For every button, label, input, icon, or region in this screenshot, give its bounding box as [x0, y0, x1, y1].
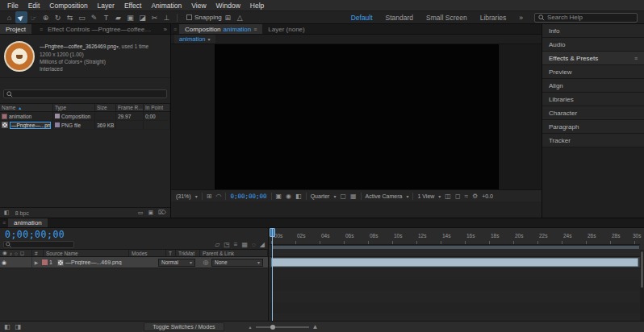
show-snapshot-icon[interactable]: ◉: [286, 193, 291, 200]
snapping-features-icon[interactable]: △: [234, 12, 246, 23]
panel-grip-icon[interactable]: ≡: [0, 218, 8, 227]
hide-shy-layers-icon[interactable]: ≡: [234, 241, 238, 248]
new-composition-icon[interactable]: ▣: [148, 210, 153, 216]
new-folder-icon[interactable]: ▭: [138, 210, 144, 216]
panel-effects-presets[interactable]: Effects & Presets≡: [542, 52, 644, 65]
panel-align[interactable]: Align: [542, 79, 644, 93]
tab-effect-controls[interactable]: ≡Effect Controls —Pngtree—coffee_3626: [31, 24, 161, 34]
cti-handle[interactable]: [270, 228, 275, 237]
fast-previews-icon[interactable]: ≈: [465, 193, 468, 200]
timeline-timecode[interactable]: 0;00;00;00: [5, 229, 65, 240]
help-search-input[interactable]: Search Help: [534, 13, 638, 23]
draft-3d-icon[interactable]: ◳: [224, 241, 230, 248]
timeline-search-input[interactable]: [3, 241, 74, 248]
menu-item-effect[interactable]: Effect: [119, 2, 147, 10]
layer-name[interactable]: —Pngtree—...469.png: [64, 259, 158, 265]
timeline-track-area[interactable]: :00s 02s 04s 06s 08s 10s 12s 14s 16s 18s…: [270, 228, 644, 321]
expand-in-out-panes-icon[interactable]: ◧: [4, 323, 10, 330]
column-name[interactable]: Name▲: [0, 104, 53, 111]
panel-paragraph[interactable]: Paragraph: [542, 120, 644, 134]
delete-icon[interactable]: ⌦: [158, 210, 166, 216]
menu-item-edit[interactable]: Edit: [23, 2, 45, 10]
panel-grip-icon[interactable]: ≡: [37, 27, 45, 32]
type-tool-icon[interactable]: T: [100, 12, 112, 23]
panel-tracker[interactable]: Tracker: [542, 134, 644, 147]
menu-item-view[interactable]: View: [186, 2, 211, 10]
workspace-default[interactable]: Default: [351, 14, 373, 22]
adjust-exposure-icon[interactable]: ⚙: [472, 193, 478, 200]
panel-grip-icon[interactable]: ≡: [171, 24, 179, 34]
tab-project[interactable]: Project: [0, 24, 31, 34]
snapping-options-icon[interactable]: ⊞: [222, 12, 234, 23]
roto-brush-tool-icon[interactable]: ✂: [148, 12, 161, 23]
channels-icon[interactable]: ◧: [295, 193, 302, 200]
menu-item-layer[interactable]: Layer: [93, 2, 119, 10]
home-icon[interactable]: ⌂: [3, 12, 15, 23]
timeline-scrollbar[interactable]: [640, 250, 644, 321]
snapping-toggle[interactable]: Snapping: [186, 14, 222, 21]
tab-timeline-animation[interactable]: animation: [8, 218, 48, 227]
bit-depth-button[interactable]: 8 bpc: [15, 210, 29, 216]
menu-item-file[interactable]: File: [2, 2, 23, 10]
workspace-libraries[interactable]: Libraries: [480, 14, 507, 22]
brush-tool-icon[interactable]: ▰: [112, 12, 124, 23]
panel-libraries[interactable]: Libraries: [542, 93, 644, 106]
region-of-interest-icon[interactable]: ▢: [340, 193, 346, 200]
layer-row[interactable]: ◉ ▶ 1 —Pngtree—...469.png Normal▾ ◎ None…: [0, 257, 268, 268]
graph-editor-icon[interactable]: ◢: [260, 241, 265, 248]
time-ruler[interactable]: :00s 02s 04s 06s 08s 10s 12s 14s 16s 18s…: [270, 228, 640, 245]
menu-item-composition[interactable]: Composition: [44, 2, 92, 10]
project-row-animation[interactable]: animation Composition 29.97 0;00: [0, 112, 170, 121]
orbit-camera-tool-icon[interactable]: ↻: [52, 12, 64, 23]
menu-item-animation[interactable]: Animation: [146, 2, 186, 10]
zoom-tool-icon[interactable]: ⊕: [40, 12, 52, 23]
column-type[interactable]: Type: [53, 104, 95, 111]
puppet-pin-tool-icon[interactable]: ⊥: [161, 12, 173, 23]
tab-composition[interactable]: Composition animation ≡: [179, 24, 262, 34]
exposure-value[interactable]: +0.0: [482, 193, 493, 199]
view-options-icon[interactable]: ◫: [445, 193, 451, 200]
camera-view-dropdown[interactable]: Active Camera: [366, 193, 403, 199]
tab-layer[interactable]: Layer (none): [262, 24, 542, 34]
parent-pickwhip-icon[interactable]: ◎: [200, 259, 211, 266]
menu-item-help[interactable]: Help: [245, 2, 269, 10]
mask-visibility-icon[interactable]: ◠: [215, 193, 221, 200]
panel-preview[interactable]: Preview: [542, 65, 644, 79]
panel-menu-icon[interactable]: ≡: [253, 27, 257, 32]
grid-guides-icon[interactable]: ⊞: [207, 193, 212, 200]
column-frame-rate[interactable]: Frame R...: [116, 104, 144, 111]
panel-menu-icon[interactable]: ≡: [634, 56, 638, 61]
timeline-zoom-slider[interactable]: [256, 326, 309, 328]
transparency-grid-icon[interactable]: ▦: [350, 193, 357, 200]
statusbar-timecode[interactable]: 0;00;00;00: [230, 193, 266, 200]
shape-tool-icon[interactable]: ▭: [76, 12, 88, 23]
layer-duration-bar[interactable]: [271, 258, 638, 267]
workspace-small-screen[interactable]: Small Screen: [426, 14, 467, 22]
panel-audio[interactable]: Audio: [542, 38, 644, 52]
layer-twirl-icon[interactable]: ▶: [32, 259, 40, 265]
layer-track[interactable]: [270, 257, 640, 268]
viewer-tab-animation[interactable]: animation ▾: [174, 35, 215, 44]
layer-label-swatch[interactable]: [42, 259, 48, 265]
workspace-overflow-chevron[interactable]: »: [519, 14, 523, 22]
pan-behind-tool-icon[interactable]: ⇆: [64, 12, 76, 23]
workspace-standard[interactable]: Standard: [386, 14, 414, 22]
zoom-slider-handle[interactable]: [270, 325, 275, 330]
blend-mode-dropdown[interactable]: Normal▾: [158, 259, 195, 267]
pixel-aspect-icon[interactable]: ◻: [455, 193, 461, 200]
column-size[interactable]: Size: [95, 104, 116, 111]
parent-dropdown[interactable]: None▾: [211, 259, 263, 267]
layer-visibility-icon[interactable]: ◉: [2, 259, 6, 266]
project-row-png[interactable]: —Pngtree—...png PNG file 369 KB: [0, 121, 170, 130]
pen-tool-icon[interactable]: ✎: [88, 12, 100, 23]
panel-info[interactable]: Info: [542, 24, 644, 38]
composition-frame[interactable]: [215, 44, 498, 189]
magnification-dropdown[interactable]: (31%): [176, 193, 191, 199]
current-time-indicator[interactable]: [270, 228, 277, 321]
view-layout-dropdown[interactable]: 1 View: [417, 193, 434, 199]
interpret-footage-icon[interactable]: ◧: [4, 210, 10, 216]
panel-overflow-chevron-icon[interactable]: »: [161, 24, 170, 34]
composition-viewport[interactable]: [171, 44, 542, 189]
menu-item-window[interactable]: Window: [211, 2, 245, 10]
snapping-checkbox[interactable]: [186, 15, 192, 20]
